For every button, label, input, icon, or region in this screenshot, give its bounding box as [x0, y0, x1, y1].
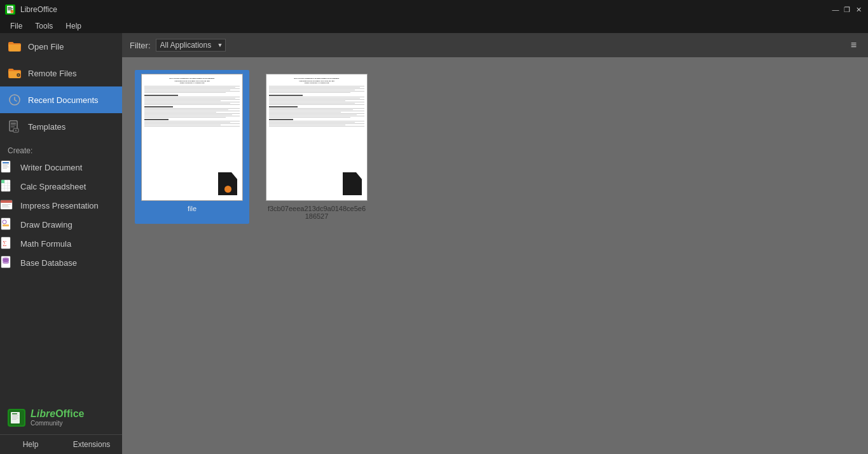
math-icon: ∑ [0, 237, 14, 251]
sidebar-item-recent-documents[interactable]: Recent Documents [0, 86, 122, 113]
draw-label: Draw Drawing [20, 220, 72, 230]
remote-files-label: Remote Files [28, 69, 77, 78]
writer-icon [0, 160, 14, 174]
svg-rect-24 [1, 180, 4, 183]
sidebar-item-impress[interactable]: Impress Presentation [0, 196, 122, 215]
impress-label: Impress Presentation [20, 201, 99, 210]
base-label: Base Database [20, 258, 77, 268]
main-layout: Open File Remote Files Rec [0, 33, 868, 454]
file-thumbnail-2: EVALUATION COMMUNITY BASED FOREST MANAGE… [266, 74, 368, 201]
filter-bar: Filter: All Applications Writer Calc Imp… [122, 33, 868, 57]
lo-office-text: Office [55, 408, 84, 420]
svg-rect-30 [1, 218, 10, 230]
file-card-2[interactable]: EVALUATION COMMUNITY BASED FOREST MANAGE… [259, 70, 374, 224]
app-icon [5, 4, 15, 15]
title-bar-text: LibreOffice [20, 5, 57, 14]
svg-point-40 [3, 261, 9, 264]
clock-icon [8, 93, 22, 107]
lo-logo-text: Libre Office Community [31, 408, 84, 427]
menu-help[interactable]: Help [60, 20, 86, 32]
lo-community-text: Community [31, 420, 84, 427]
svg-rect-2 [8, 8, 13, 9]
content-area: Filter: All Applications Writer Calc Imp… [122, 33, 868, 454]
lo-libre-text: Libre [31, 408, 55, 420]
minimize-button[interactable]: — [831, 5, 840, 14]
svg-text:∑: ∑ [3, 240, 6, 246]
svg-rect-9 [11, 125, 16, 125]
svg-rect-17 [3, 168, 7, 169]
file-name-1: file [188, 205, 196, 212]
svg-rect-27 [2, 204, 11, 205]
svg-point-4 [11, 10, 14, 13]
svg-rect-10 [11, 127, 15, 127]
draw-icon [0, 217, 14, 231]
extensions-button[interactable]: Extensions [61, 435, 122, 454]
svg-rect-29 [2, 207, 10, 207]
calc-icon [0, 179, 14, 193]
sidebar: Open File Remote Files Rec [0, 33, 122, 454]
sidebar-item-remote-files[interactable]: Remote Files [0, 60, 122, 86]
templates-label: Templates [28, 122, 65, 132]
close-button[interactable]: ✕ [854, 5, 863, 14]
filter-label: Filter: [130, 41, 151, 50]
math-label: Math Formula [20, 239, 71, 249]
recent-documents-label: Recent Documents [28, 95, 99, 105]
sidebar-item-math[interactable]: ∑ Math Formula [0, 234, 122, 253]
create-section-label: Create: [0, 140, 122, 158]
svg-rect-32 [3, 224, 9, 226]
calc-label: Calc Spreadsheet [20, 182, 86, 191]
svg-rect-45 [12, 416, 18, 417]
folder-icon [8, 39, 22, 53]
lo-logo-icon [8, 409, 25, 427]
open-file-label: Open File [28, 42, 64, 52]
svg-rect-14 [3, 164, 9, 165]
svg-rect-46 [12, 418, 18, 418]
files-grid: EVALUATION COMMUNITY BASED FOREST MANAGE… [122, 57, 868, 454]
svg-rect-13 [3, 162, 9, 163]
sidebar-item-calc[interactable]: Calc Spreadsheet [0, 177, 122, 196]
svg-rect-16 [3, 167, 9, 167]
menu-bar: File Tools Help [0, 19, 868, 33]
lo-logo: Libre Office Community [0, 401, 122, 434]
svg-rect-47 [12, 419, 17, 420]
title-bar: LibreOffice — ❐ ✕ [0, 0, 868, 19]
sidebar-item-draw[interactable]: Draw Drawing [0, 215, 122, 234]
filter-select[interactable]: All Applications Writer Calc Impress Dra… [156, 39, 226, 52]
sidebar-item-templates[interactable]: Templates [0, 113, 122, 140]
sidebar-item-writer[interactable]: Writer Document [0, 158, 122, 177]
title-bar-controls: — ❐ ✕ [831, 5, 863, 14]
writer-label: Writer Document [20, 163, 82, 172]
svg-rect-26 [1, 200, 12, 203]
base-icon [0, 256, 14, 270]
filter-select-wrap[interactable]: All Applications Writer Calc Impress Dra… [156, 39, 226, 52]
impress-icon [0, 198, 14, 212]
file-card-1[interactable]: EVALUATION COMMUNITY BASED FOREST MANAGE… [135, 70, 249, 224]
svg-rect-43 [12, 413, 17, 415]
menu-tools[interactable]: Tools [30, 20, 58, 32]
file-name-2: f3cb07eeea213dc9a0148ce5e6186527 [266, 205, 368, 220]
remote-folder-icon [8, 66, 22, 80]
sidebar-item-open-file[interactable]: Open File [0, 33, 122, 60]
menu-file[interactable]: File [5, 20, 27, 32]
template-icon [8, 120, 22, 134]
sidebar-footer: Help Extensions [0, 434, 122, 454]
sidebar-item-base[interactable]: Base Database [0, 253, 122, 272]
view-toggle-button[interactable]: ≡ [847, 38, 860, 52]
svg-rect-15 [3, 165, 8, 166]
file-thumbnail-1: EVALUATION COMMUNITY BASED FOREST MANAGE… [141, 74, 243, 201]
svg-rect-1 [8, 7, 11, 8]
help-button[interactable]: Help [0, 435, 61, 454]
maximize-button[interactable]: ❐ [843, 5, 851, 14]
svg-rect-28 [2, 205, 8, 206]
svg-rect-8 [11, 123, 16, 124]
svg-rect-44 [12, 415, 18, 416]
